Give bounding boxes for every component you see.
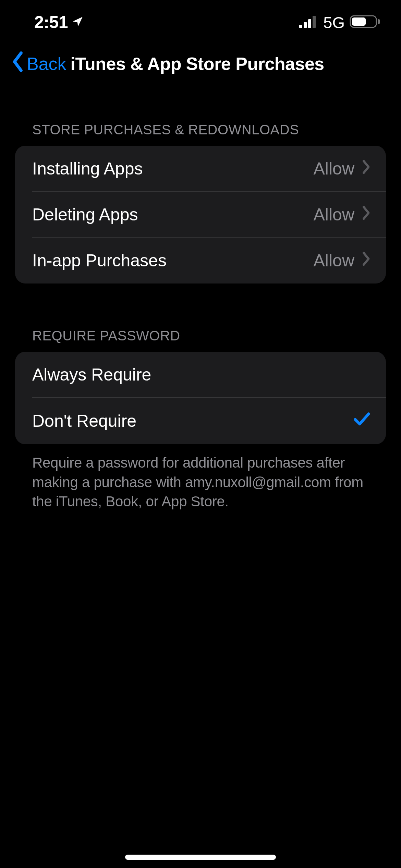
cell-deleting-apps[interactable]: Deleting Apps Allow <box>15 192 386 238</box>
svg-rect-1 <box>304 22 307 28</box>
cell-right <box>353 411 371 431</box>
cell-right: Allow <box>314 159 371 179</box>
chevron-right-icon <box>362 251 371 270</box>
chevron-left-icon <box>10 51 25 77</box>
back-button[interactable]: Back <box>10 51 66 77</box>
back-label: Back <box>27 53 66 74</box>
cell-installing-apps[interactable]: Installing Apps Allow <box>15 146 386 192</box>
status-indicators: 5G <box>299 13 380 32</box>
cell-label: Always Require <box>32 365 151 385</box>
page-title: iTunes & App Store Purchases <box>71 53 324 74</box>
cell-label: In-app Purchases <box>32 251 167 270</box>
location-icon <box>71 12 84 32</box>
cell-always-require[interactable]: Always Require <box>15 352 386 398</box>
svg-rect-5 <box>352 17 366 26</box>
chevron-right-icon <box>362 205 371 225</box>
section-footer-password: Require a password for additional purcha… <box>15 444 386 511</box>
cell-label: Don't Require <box>32 411 136 431</box>
nav-header: Back iTunes & App Store Purchases <box>0 45 401 84</box>
section-header-store: Store Purchases & Redownloads <box>15 122 386 146</box>
svg-rect-0 <box>299 25 302 28</box>
checkmark-icon <box>353 411 371 431</box>
cell-in-app-purchases[interactable]: In-app Purchases Allow <box>15 238 386 284</box>
cell-value: Allow <box>314 251 354 270</box>
status-time-area: 2:51 <box>34 12 84 32</box>
home-indicator[interactable] <box>125 855 276 860</box>
status-bar: 2:51 5G <box>0 0 401 45</box>
battery-icon <box>350 14 380 30</box>
cell-right: Allow <box>314 205 371 225</box>
chevron-right-icon <box>362 159 371 179</box>
cellular-icon <box>299 15 318 29</box>
cell-group-store: Installing Apps Allow Deleting Apps Allo… <box>15 146 386 284</box>
cell-group-password: Always Require Don't Require <box>15 352 386 444</box>
svg-rect-6 <box>378 19 380 24</box>
section-header-password: Require Password <box>15 328 386 352</box>
cell-dont-require[interactable]: Don't Require <box>15 398 386 444</box>
svg-rect-2 <box>308 19 311 28</box>
cell-value: Allow <box>314 205 354 225</box>
svg-rect-3 <box>313 16 316 28</box>
status-time: 2:51 <box>34 12 68 32</box>
cell-right: Allow <box>314 251 371 270</box>
cell-value: Allow <box>314 159 354 179</box>
cell-label: Deleting Apps <box>32 205 138 225</box>
cell-label: Installing Apps <box>32 159 143 179</box>
content: Store Purchases & Redownloads Installing… <box>0 84 401 511</box>
network-type: 5G <box>323 13 345 32</box>
